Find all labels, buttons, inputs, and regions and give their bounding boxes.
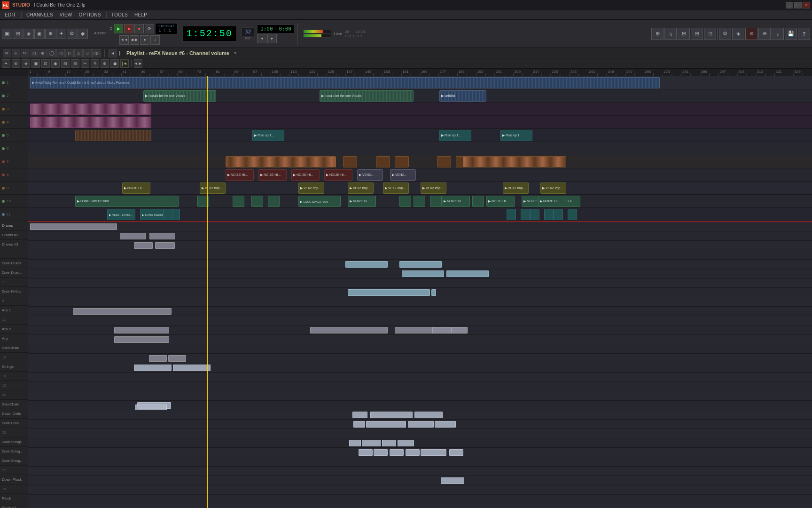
clip-noize-10f[interactable]: ▶ NOIZE HI... <box>538 196 566 207</box>
track-label-8[interactable]: 8 <box>0 168 28 182</box>
render-btn[interactable]: ⊗ <box>745 28 757 40</box>
clip-noize-hi-10b[interactable]: ▶ NOIZE HI... <box>442 196 470 207</box>
clip-vfx2-7[interactable]: ▶ VFX2 Imp... <box>540 183 566 194</box>
tracks-scroll-area[interactable]: ▶ Avicii/Nicky Romero-I Could Be the One… <box>28 76 812 508</box>
audio-btn[interactable]: ♪ <box>772 28 784 40</box>
rec2-btn[interactable]: ● <box>140 35 149 45</box>
cut-tool[interactable]: ✂ <box>21 49 29 57</box>
clip-sm11-1[interactable] <box>163 209 172 220</box>
midi-block-str-1[interactable] <box>134 365 172 371</box>
minimize-btn[interactable]: _ <box>786 2 793 8</box>
midi-block-d2-1[interactable] <box>120 233 146 239</box>
track-label-16[interactable]: 16 <box>0 353 28 362</box>
midi-block-16-2[interactable] <box>168 355 186 362</box>
clip-veh2-3[interactable]: ▶ VEH2... <box>390 169 416 181</box>
track-label-2[interactable]: 2 <box>0 89 28 103</box>
clip-vfx2-5[interactable]: ▶ VFX2 Imp... <box>421 183 446 194</box>
track-label-dc2[interactable]: Down Cello ... <box>0 419 28 428</box>
clip-noize-hi-9[interactable]: ▶ NOIZE HI... <box>122 183 150 194</box>
midi-block-dc2-1[interactable] <box>353 421 365 428</box>
midi-block-d2-2[interactable] <box>149 233 175 239</box>
draw-tool[interactable]: ✏ <box>3 49 11 57</box>
midi-block-arp2-2[interactable] <box>310 327 388 333</box>
track-label-3[interactable]: 3 <box>0 103 28 116</box>
toolbar-icon-8[interactable]: ◆ <box>78 29 88 39</box>
playlist-dropdown[interactable]: ▼ <box>233 50 238 56</box>
clip-sm11-2[interactable] <box>507 209 516 220</box>
mixer-btn[interactable]: ⊞ <box>651 28 664 40</box>
midi-block-dc2-4[interactable] <box>435 421 456 428</box>
track-label-dc[interactable]: Down Cello <box>0 409 28 419</box>
menu-edit[interactable]: EDIT <box>2 11 19 18</box>
clip-sm4[interactable] <box>268 196 280 207</box>
midi-block-dd-1[interactable] <box>345 261 388 268</box>
tool-f[interactable]: ◉ <box>51 59 60 68</box>
midi-block-arp1-1[interactable] <box>73 308 172 315</box>
tool-11[interactable]: ◁▷ <box>92 49 101 57</box>
tool-e[interactable]: ⊡ <box>41 59 50 68</box>
menu-help[interactable]: HELP <box>132 11 150 18</box>
track-label-ds3[interactable]: Down String... <box>0 456 28 466</box>
midi-block-ds2-2[interactable] <box>374 449 388 456</box>
clip-sm8[interactable] <box>472 196 484 207</box>
clip-sm11-3[interactable] <box>521 209 530 220</box>
clip-veh2-1[interactable]: ▶ NOIZE HI... <box>324 169 352 181</box>
track-label-ds[interactable]: Down Strings <box>0 437 28 447</box>
play-btn[interactable]: ▶ <box>114 24 123 33</box>
clip-longsweep-sm2[interactable] <box>197 196 209 207</box>
cpu-btn[interactable]: ◈ <box>732 28 744 40</box>
slip-tool[interactable]: ◁ <box>56 49 65 57</box>
midi-block-ds2-5[interactable] <box>421 449 446 456</box>
vol-btn2[interactable]: ► <box>267 34 277 43</box>
tool-d[interactable]: ▣ <box>31 59 40 68</box>
ruler-content[interactable]: 1917253341495765738189971051131211291371… <box>28 69 812 76</box>
toolbar-icon-1[interactable]: ▣ <box>2 29 12 39</box>
track-label-7b[interactable]: 7 <box>0 278 28 287</box>
track-label-pluck2[interactable]: Pluck #2 <box>0 503 28 508</box>
midi-block-ds2-4[interactable] <box>406 449 420 456</box>
clip-noize-sm-1[interactable] <box>343 156 357 167</box>
clip-longsweep-2[interactable]: ▶ LONG SWEEP 008 <box>298 196 341 207</box>
track-label-dh[interactable]: Down HiHats <box>0 287 28 296</box>
tool-b[interactable]: ⊛ <box>12 59 20 68</box>
clip-noize-hi-1[interactable]: ▶ NOIZE HI... <box>226 169 254 181</box>
tool-9[interactable]: △ <box>74 49 83 57</box>
midi-btn[interactable]: ⊕ <box>758 28 771 40</box>
midi-block-d3-1[interactable] <box>134 242 153 249</box>
track-label-arp2[interactable]: Arp 2 <box>0 325 28 334</box>
stop-btn[interactable]: ■ <box>124 24 133 33</box>
clip-noize-sm-2[interactable] <box>376 156 390 167</box>
track-label-arp1[interactable]: Arp 1 <box>0 306 28 315</box>
midi-block-dp-1[interactable] <box>441 477 464 484</box>
clip-rise-2[interactable]: ▶ Rise up 1... <box>439 130 471 141</box>
toolbar-icon-7[interactable]: ⚙ <box>67 29 77 39</box>
track-label-1[interactable]: 1 <box>0 76 28 89</box>
midi-block-ds2-3[interactable] <box>390 449 404 456</box>
help-btn[interactable]: ? <box>798 28 810 40</box>
toolbar-icon-6[interactable]: ✦ <box>56 29 66 39</box>
clip-sm7[interactable] <box>430 196 442 207</box>
clip-vfx2-2[interactable]: ▶ VFX2 Imp... <box>298 183 324 194</box>
track-label-9b[interactable]: 9 <box>0 296 28 306</box>
track-label-sc2[interactable]: SideChain <box>0 400 28 409</box>
clip-sm11-4[interactable] <box>530 209 539 220</box>
toolbar-icon-3[interactable]: ◈ <box>23 29 34 39</box>
clip-noize-10c[interactable]: ▶ NOIZE HI... <box>486 196 515 207</box>
clip-vfx2-1[interactable]: ▶ VFX2 Imp... <box>200 183 226 194</box>
midi-block-ds-3[interactable] <box>382 440 396 446</box>
clip-brown-1[interactable] <box>75 130 151 141</box>
track-label-23[interactable]: 23 <box>0 428 28 437</box>
clip-rise-1[interactable]: ▶ Rise up 1... <box>252 130 284 141</box>
track-label-20[interactable]: 20 <box>0 390 28 400</box>
menu-options[interactable]: OPTIONS <box>76 11 104 18</box>
track-label-19[interactable]: 19 <box>0 381 28 390</box>
clip-rise-3[interactable]: ▶ Rise up 1... <box>500 130 532 141</box>
midi-block-ds2-6[interactable] <box>449 449 463 456</box>
midi-block-d3-2[interactable] <box>155 242 175 249</box>
midi-block-dh-1[interactable] <box>348 289 430 296</box>
tool-k[interactable]: ⊕ <box>101 59 109 68</box>
save-btn[interactable]: 💾 <box>785 28 797 40</box>
clip-vfx2-3[interactable]: ▶ VFX2 Imp... <box>348 183 374 194</box>
clip-sm6[interactable] <box>414 196 425 207</box>
clip-noize-hi-10[interactable]: ▶ NOIZE HI... <box>348 196 376 207</box>
